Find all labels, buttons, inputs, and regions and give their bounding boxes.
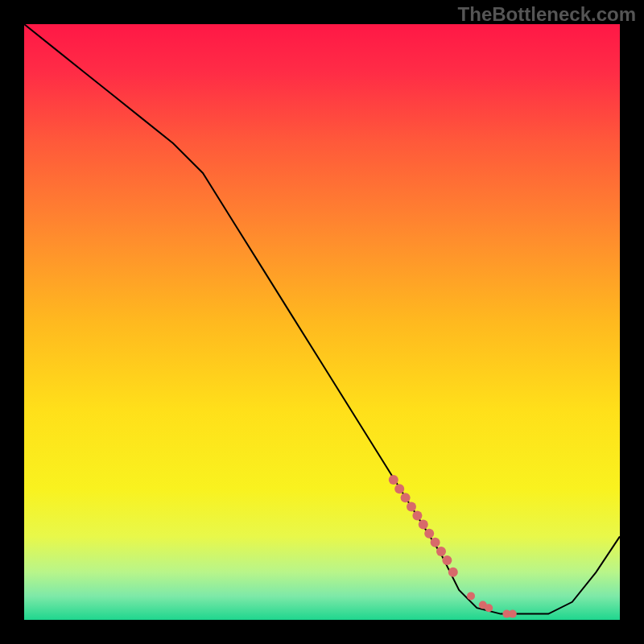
highlight-dot bbox=[467, 592, 475, 600]
highlight-dot bbox=[419, 520, 428, 530]
highlight-dot bbox=[448, 568, 458, 577]
highlight-dot bbox=[389, 475, 398, 485]
highlight-dot bbox=[436, 547, 446, 556]
highlight-dot bbox=[442, 555, 452, 565]
highlight-dot bbox=[431, 538, 440, 547]
highlight-dot bbox=[407, 502, 416, 511]
chart-container: TheBottleneck.com bbox=[0, 0, 644, 644]
chart-svg bbox=[24, 24, 620, 620]
highlight-dot bbox=[412, 511, 422, 521]
highlight-dots bbox=[389, 475, 517, 618]
bottleneck-curve bbox=[24, 24, 620, 614]
highlight-dot bbox=[424, 529, 434, 539]
plot-area bbox=[24, 24, 620, 620]
highlight-dot bbox=[509, 610, 517, 618]
highlight-dot bbox=[485, 604, 493, 612]
watermark-text: TheBottleneck.com bbox=[458, 3, 636, 26]
highlight-dot bbox=[394, 484, 404, 493]
highlight-dot bbox=[401, 493, 411, 502]
